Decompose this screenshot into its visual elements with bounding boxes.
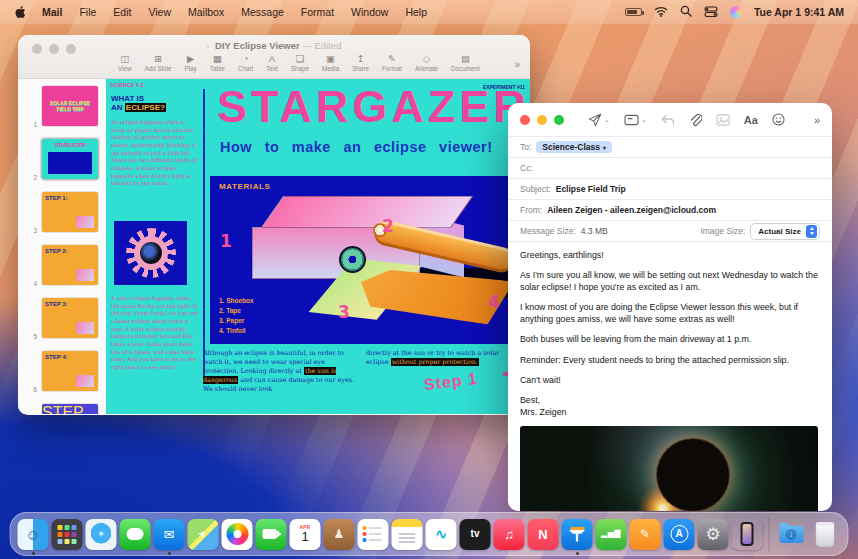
cc-field[interactable]: Cc: — [508, 157, 832, 178]
spotlight-search-icon[interactable] — [680, 5, 692, 19]
recipient-token[interactable]: Science-Class ▾ — [536, 141, 612, 153]
menu-item-view[interactable]: View — [148, 6, 171, 18]
dock-icon-notes[interactable] — [392, 519, 423, 550]
toolbar-label: Document — [451, 65, 480, 72]
from-field[interactable]: From: Aileen Zeigen - aileen.zeigen@iclo… — [508, 199, 832, 220]
keynote-toolbar-chart[interactable]: ◔Chart — [238, 54, 253, 72]
dock-icon-iphone-mirroring[interactable] — [732, 519, 763, 550]
minimize-button[interactable] — [537, 115, 547, 125]
message-size-value: 4.3 MB — [581, 226, 608, 236]
minimize-button[interactable] — [49, 44, 59, 54]
header-fields-button[interactable]: ⌄ — [624, 114, 647, 126]
dock-icon-settings[interactable]: ⚙ — [698, 519, 729, 550]
keynote-toolbar-add-slide[interactable]: ⊞Add Slide — [145, 54, 172, 72]
keynote-toolbar-media[interactable]: ▣Media — [322, 54, 339, 72]
keynote-toolbar-format[interactable]: ✎Format — [382, 54, 402, 72]
dock-icon-safari[interactable]: ✶ — [86, 519, 117, 550]
dock-icon-maps[interactable]: ➤ — [188, 519, 219, 550]
freeform-glyph-icon: ∿ — [435, 527, 447, 541]
dock-icon-trash[interactable] — [810, 519, 841, 550]
control-center-icon[interactable] — [704, 6, 718, 19]
dock-icon-news[interactable]: N — [528, 519, 559, 550]
download-arrow-icon: ↓ — [786, 529, 797, 540]
slide-thumbnail-5[interactable]: 5STEP 3: — [28, 296, 106, 340]
dock-icon-music[interactable]: ♫ — [494, 519, 525, 550]
slide-thumbnail-3[interactable]: 3STEP 1: — [28, 190, 106, 234]
thumbnail-text: STEP 4: — [45, 354, 68, 360]
slide-thumbnail-preview: STEP 2: — [42, 245, 98, 285]
slide-thumbnail-2[interactable]: 2STARGAZER — [28, 137, 106, 181]
dock-icon-messages[interactable] — [120, 519, 151, 550]
dock-icon-reminders[interactable] — [358, 519, 389, 550]
thumbnail-art — [48, 152, 92, 174]
close-button[interactable] — [32, 44, 42, 54]
subject-field[interactable]: Subject: Eclipse Field Trip — [508, 178, 832, 199]
dock-icon-downloads[interactable]: ↓ — [776, 519, 807, 550]
dock-icon-finder[interactable]: ☺ — [18, 519, 49, 550]
keynote-toolbar-animate[interactable]: ◇Animate — [415, 54, 438, 72]
keynote-toolbar-share[interactable]: ↥Share — [352, 54, 369, 72]
menu-item-help[interactable]: Help — [405, 6, 427, 18]
dock-icon-keynote[interactable] — [562, 519, 593, 550]
eclipse-photo-attachment[interactable] — [520, 426, 818, 511]
dock-icon-numbers[interactable]: ▂▅▇ — [596, 519, 627, 550]
emoji-button[interactable] — [772, 113, 785, 126]
keynote-toolbar-view[interactable]: ◫View — [118, 54, 132, 72]
appstore-glyph-icon: A — [670, 525, 688, 543]
menu-item-mail[interactable]: Mail — [42, 6, 62, 18]
dock-icon-contacts[interactable]: ♟ — [324, 519, 355, 550]
dock-icon-mail[interactable]: ✉ — [154, 519, 185, 550]
slide-thumbnail-4[interactable]: 4STEP 2: — [28, 243, 106, 287]
menu-item-edit[interactable]: Edit — [113, 6, 131, 18]
insert-photo-button[interactable] — [716, 114, 730, 126]
menu-bar-clock[interactable]: Tue Apr 1 9:41 AM — [754, 6, 844, 18]
battery-icon[interactable] — [625, 8, 642, 16]
message-body[interactable]: Greetings, earthlings!As I'm sure you al… — [508, 241, 832, 424]
keynote-toolbar-overflow[interactable]: » — [514, 59, 520, 70]
format-text-button[interactable]: Aa — [744, 114, 758, 126]
dock-icon-launchpad[interactable] — [52, 519, 83, 550]
keynote-toolbar-text[interactable]: AText — [266, 54, 278, 72]
menu-item-format[interactable]: Format — [301, 6, 334, 18]
menu-item-file[interactable]: File — [79, 6, 96, 18]
keynote-toolbar-play[interactable]: ▶Play — [185, 54, 197, 72]
dock-icon-calendar[interactable]: APR1 — [290, 519, 321, 550]
image-size-label: Image Size: — [700, 226, 745, 236]
to-field[interactable]: To: Science-Class ▾ — [508, 136, 832, 157]
slide-canvas[interactable]: SCIENCE 4.2 EXPERIMENT #11 WHAT IS AN EC… — [106, 79, 530, 414]
wifi-icon[interactable] — [654, 6, 668, 19]
dock-icon-photos[interactable] — [222, 519, 253, 550]
dock-icon-tv[interactable]: tv — [460, 519, 491, 550]
siri-icon[interactable] — [730, 6, 742, 18]
send-options-chevron[interactable]: ⌄ — [604, 116, 610, 124]
slide-navigator: 1SOLAR ECLIPSE FIELD TRIP2STARGAZER3STEP… — [18, 79, 106, 414]
zoom-button[interactable] — [66, 44, 76, 54]
attach-button[interactable] — [689, 113, 702, 127]
send-button[interactable]: ⌄ — [588, 113, 610, 127]
menu-item-message[interactable]: Message — [241, 6, 284, 18]
image-size-select[interactable]: Actual Size — [750, 223, 820, 240]
keynote-toolbar-shape[interactable]: ❏Shape — [291, 54, 309, 72]
menu-item-mailbox[interactable]: Mailbox — [188, 6, 224, 18]
toolbar-label: Table — [210, 65, 225, 72]
toolbar-overflow-button[interactable]: » — [814, 114, 820, 126]
dock-icon-facetime[interactable] — [256, 519, 287, 550]
slide-thumbnail-1[interactable]: 1SOLAR ECLIPSE FIELD TRIP — [28, 84, 106, 128]
slide-paragraph-1: An eclipse happens when a moon or planet… — [111, 119, 199, 188]
apple-menu-icon[interactable] — [14, 5, 26, 19]
menu-item-window[interactable]: Window — [351, 6, 388, 18]
keynote-titlebar[interactable]: ▫ DIY Eclipse Viewer — Edited ◫View⊞Add … — [18, 35, 530, 79]
slide-thumbnail-7[interactable]: 7STEP 5: — [28, 402, 106, 414]
body-paragraph: Both buses will be leaving from the main… — [520, 334, 820, 345]
dock-icon-appstore[interactable]: A — [664, 519, 695, 550]
reply-button[interactable] — [661, 114, 675, 126]
slide-thumbnail-6[interactable]: 6STEP 4: — [28, 349, 106, 393]
keynote-window-controls — [32, 44, 76, 54]
keynote-toolbar-table[interactable]: ▦Table — [210, 54, 225, 72]
dock-icon-pages[interactable]: ✎ — [630, 519, 661, 550]
dock-icon-freeform[interactable]: ∿ — [426, 519, 457, 550]
keynote-toolbar-document[interactable]: ▤Document — [451, 54, 480, 72]
zoom-button[interactable] — [554, 115, 564, 125]
close-button[interactable] — [520, 115, 530, 125]
mail-toolbar[interactable]: ⌄ ⌄ Aa » — [508, 103, 832, 136]
